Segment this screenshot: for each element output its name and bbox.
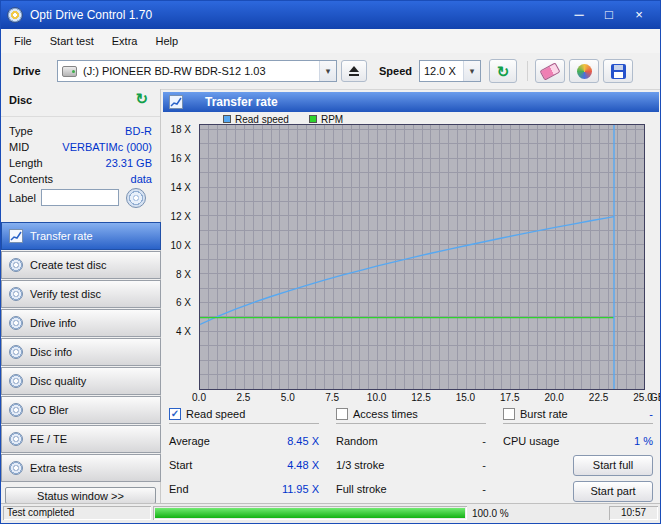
status-window-button[interactable]: Status window >> <box>5 487 156 504</box>
legend-label: Read speed <box>235 114 289 125</box>
window-controls: ─ □ × <box>564 4 654 26</box>
sidebar-item-fe-te[interactable]: FE / TE <box>1 425 161 453</box>
disc-field-type: Type BD-R <box>9 125 152 139</box>
menubar: File Start test Extra Help <box>1 29 660 54</box>
stat-average: Average 8.45 X <box>169 435 319 449</box>
start-part-button[interactable]: Start part <box>573 481 653 502</box>
label-input[interactable] <box>41 189 119 206</box>
disc-refresh-button[interactable]: ↻ <box>135 91 148 106</box>
drive-select[interactable]: (J:) PIONEER BD-RW BDR-S12 1.03 ▾ <box>57 60 337 82</box>
sidebar-item-label: CD Bler <box>30 404 69 416</box>
menu-help[interactable]: Help <box>146 31 187 51</box>
y-axis-tick: 18 X <box>170 124 191 135</box>
sidebar-item-verify-test-disc[interactable]: Verify test disc <box>1 280 161 308</box>
chevron-down-icon: ▾ <box>463 61 480 81</box>
stat-value: 4.48 X <box>287 459 319 473</box>
access-times-checkbox[interactable] <box>336 408 348 420</box>
stat-label: 1/3 stroke <box>336 459 384 473</box>
disc-panel-title: Disc <box>9 94 32 106</box>
disc-field-contents: Contents data <box>9 173 152 187</box>
sidebar-item-disc-quality[interactable]: Disc quality <box>1 367 161 395</box>
eject-button[interactable] <box>341 60 367 82</box>
checkbox-label: Access times <box>353 408 418 420</box>
field-value: 23.31 GB <box>106 157 152 171</box>
burst-rate-checkbox[interactable] <box>503 408 515 420</box>
sidebar-item-create-test-disc[interactable]: Create test disc <box>1 251 161 279</box>
app-icon <box>7 7 23 23</box>
stat-label: Start <box>169 459 192 473</box>
save-button[interactable] <box>603 59 633 83</box>
label-field-label: Label <box>9 192 36 204</box>
sidebar-item-label: Drive info <box>30 317 76 329</box>
maximize-button[interactable]: □ <box>594 4 624 26</box>
chart-header: Transfer rate <box>163 92 659 112</box>
stat-label: End <box>169 483 189 497</box>
refresh-icon: ↻ <box>497 64 510 79</box>
y-axis-tick: 16 X <box>170 153 191 164</box>
toolbar: Drive (J:) PIONEER BD-RW BDR-S12 1.03 ▾ … <box>1 53 660 90</box>
erase-disc-button[interactable] <box>535 59 565 83</box>
speed-label: Speed <box>379 65 412 77</box>
speed-select[interactable]: 12.0 X ▾ <box>419 60 481 82</box>
field-label: MID <box>9 141 29 155</box>
field-value: data <box>131 173 152 187</box>
sidebar-item-extra-tests[interactable]: Extra tests <box>1 454 161 482</box>
checkbox-label: Burst rate <box>520 408 568 420</box>
drive-info-icon <box>9 316 23 330</box>
cd-bler-icon <box>9 403 23 417</box>
verify-test-disc-icon <box>9 287 23 301</box>
sidebar-item-label: FE / TE <box>30 433 67 445</box>
field-label: Type <box>9 125 33 139</box>
field-label: Length <box>9 157 43 171</box>
disc-quality-icon <box>9 374 23 388</box>
plot-canvas <box>200 125 644 389</box>
sidebar-item-label: Extra tests <box>30 462 82 474</box>
eraser-icon <box>539 62 560 80</box>
minimize-icon: ─ <box>574 7 583 22</box>
menu-extra[interactable]: Extra <box>103 31 147 51</box>
sidebar-item-transfer-rate[interactable]: Transfer rate <box>1 222 161 250</box>
x-axis-tick: 22.5 <box>582 392 616 403</box>
chart-title: Transfer rate <box>205 95 278 109</box>
extra-tests-icon <box>9 461 23 475</box>
stat-value: 1 % <box>634 435 653 449</box>
field-value: BD-R <box>125 125 152 139</box>
x-axis-tick: 7.5 <box>315 392 349 403</box>
disc-field-mid: MID VERBATIMc (000) <box>9 141 152 155</box>
stat-end: End 11.95 X <box>169 483 319 497</box>
x-axis-tick: 10.0 <box>360 392 394 403</box>
read-label-button[interactable] <box>126 188 146 208</box>
start-full-button[interactable]: Start full <box>573 455 653 476</box>
clock-text: 10:57 <box>609 506 658 520</box>
read-speed-checkbox[interactable]: ✓ <box>169 408 181 420</box>
checkbox-label: Read speed <box>186 408 245 420</box>
close-button[interactable]: × <box>624 4 654 26</box>
check-icon: ✓ <box>171 408 179 419</box>
stat-value: - <box>482 483 486 497</box>
y-axis-tick: 8 X <box>176 269 191 280</box>
transfer-rate-icon <box>169 95 183 109</box>
menu-file[interactable]: File <box>5 31 41 51</box>
refresh-speeds-button[interactable]: ↻ <box>489 59 517 83</box>
menu-start-test[interactable]: Start test <box>41 31 103 51</box>
progress-bar <box>153 506 467 520</box>
access-times-results: Access times Random - 1/3 stroke - Full … <box>336 405 486 505</box>
stat-one-third-stroke: 1/3 stroke - <box>336 459 486 473</box>
burst-rate-value: - <box>649 408 653 420</box>
sidebar-item-label: Disc info <box>30 346 72 358</box>
sidebar-item-disc-info[interactable]: Disc info <box>1 338 161 366</box>
y-axis-tick: 10 X <box>170 240 191 251</box>
sidebar-item-cd-bler[interactable]: CD Bler <box>1 396 161 424</box>
x-axis-tick: 20.0 <box>537 392 571 403</box>
preferences-button[interactable] <box>569 59 599 83</box>
sidebar-item-drive-info[interactable]: Drive info <box>1 309 161 337</box>
refresh-icon: ↻ <box>135 90 148 107</box>
app-window: Opti Drive Control 1.70 ─ □ × File Start… <box>0 0 661 524</box>
minimize-button[interactable]: ─ <box>564 4 594 26</box>
toolbar-separator <box>527 61 528 81</box>
fe-te-icon <box>9 432 23 446</box>
y-axis: 4 X6 X8 X10 X12 X14 X16 X18 X <box>159 125 195 389</box>
disc-field-length: Length 23.31 GB <box>9 157 152 171</box>
stat-start: Start 4.48 X <box>169 459 319 473</box>
legend-label: RPM <box>321 114 343 125</box>
